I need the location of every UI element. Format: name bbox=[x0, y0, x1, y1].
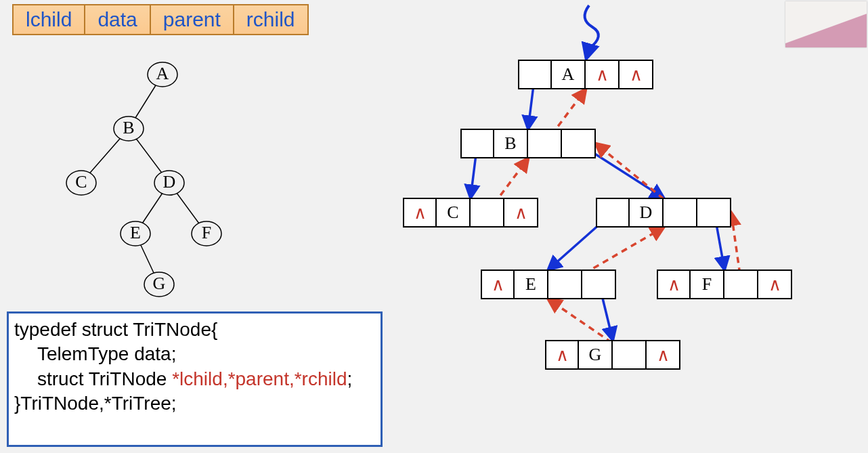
node-field-legend: lchild data parent rchild bbox=[12, 4, 309, 35]
linked-node-G: ∧G∧ bbox=[545, 340, 680, 370]
lchild-cell: ∧ bbox=[657, 269, 691, 299]
code-line-1: typedef struct TriTNode{ bbox=[14, 318, 375, 342]
rchild-cell: ∧ bbox=[758, 269, 792, 299]
parent-cell bbox=[548, 269, 582, 299]
linked-node-C: ∧C∧ bbox=[403, 198, 538, 228]
data-cell: F bbox=[691, 269, 724, 299]
lchild-cell bbox=[518, 60, 552, 89]
tree-node-label: B bbox=[123, 118, 134, 137]
parent-cell bbox=[471, 198, 504, 228]
linked-node-D: D bbox=[596, 198, 731, 228]
tree-node-label: E bbox=[130, 223, 141, 242]
rchild-cell: ∧ bbox=[620, 60, 653, 89]
linked-node-B: B bbox=[460, 129, 596, 158]
binary-tree-diagram: ABCDEFG bbox=[41, 54, 244, 305]
rchild-cell: ∧ bbox=[504, 198, 538, 228]
legend-data: data bbox=[85, 5, 150, 34]
linked-node-F: ∧F∧ bbox=[657, 269, 792, 299]
parent-cell: ∧ bbox=[586, 60, 620, 89]
lchild-cell: ∧ bbox=[403, 198, 437, 228]
linked-node-E: ∧E bbox=[481, 269, 616, 299]
tree-node-label: G bbox=[153, 274, 166, 293]
rchild-cell: ∧ bbox=[647, 340, 680, 370]
data-cell: A bbox=[552, 60, 586, 89]
parent-cell bbox=[724, 269, 758, 299]
data-cell: C bbox=[437, 198, 471, 228]
lchild-cell: ∧ bbox=[545, 340, 579, 370]
code-line-3: struct TriTNode *lchild,*parent,*rchild; bbox=[14, 367, 375, 391]
legend-parent: parent bbox=[151, 5, 234, 34]
data-cell: B bbox=[494, 129, 528, 158]
legend-lchild: lchild bbox=[14, 5, 85, 34]
data-cell: D bbox=[630, 198, 664, 228]
data-cell: G bbox=[579, 340, 613, 370]
lchild-cell bbox=[596, 198, 630, 228]
code-line-4: }TriTNode,*TriTree; bbox=[14, 391, 375, 416]
data-cell: E bbox=[515, 269, 548, 299]
rchild-cell bbox=[582, 269, 616, 299]
tree-node-label: A bbox=[156, 64, 169, 83]
lchild-cell bbox=[460, 129, 494, 158]
parent-cell bbox=[613, 340, 647, 370]
lchild-cell: ∧ bbox=[481, 269, 515, 299]
root-entry-arrow bbox=[585, 5, 599, 58]
legend-rchild: rchild bbox=[234, 5, 307, 34]
linked-node-A: A∧∧ bbox=[518, 60, 653, 89]
rchild-cell bbox=[562, 129, 596, 158]
parent-cell bbox=[664, 198, 697, 228]
tree-node-label: D bbox=[163, 172, 176, 192]
parent-cell bbox=[528, 129, 562, 158]
tree-node-label: F bbox=[202, 223, 211, 242]
struct-definition-code: typedef struct TriTNode{ TelemType data;… bbox=[7, 311, 383, 447]
rchild-cell bbox=[697, 198, 731, 228]
code-line-2: TelemType data; bbox=[14, 342, 375, 366]
tree-node-label: C bbox=[75, 172, 87, 192]
linked-node-diagram: A∧∧B∧C∧D∧E∧F∧∧G∧ bbox=[386, 0, 860, 406]
